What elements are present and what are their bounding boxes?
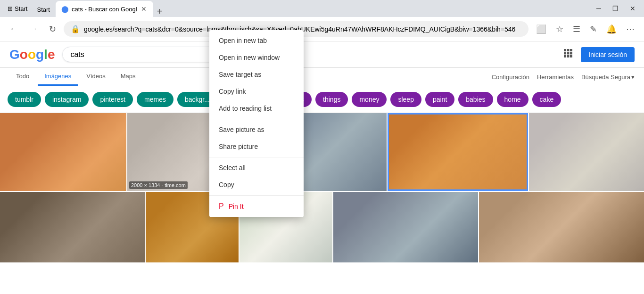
menu-save-target-as[interactable]: Save target as — [209, 66, 304, 83]
logo-e: e — [48, 47, 55, 62]
pinterest-icon: P — [219, 202, 224, 211]
svg-rect-1 — [567, 49, 570, 51]
image-cell-1[interactable] — [0, 113, 126, 191]
svg-rect-8 — [570, 55, 572, 57]
chips-row: tumblr instagram pinterest memes backgr.… — [0, 86, 644, 113]
notes-button[interactable]: ✎ — [586, 21, 601, 37]
tab-close-button[interactable]: ✕ — [140, 5, 148, 13]
menu-add-reading-list[interactable]: Add to reading list — [209, 100, 304, 117]
close-button[interactable]: ✕ — [625, 3, 640, 14]
chrome-icon: ⬤ — [61, 5, 69, 13]
image-label: 2000 × 1334 - time.com — [129, 181, 188, 189]
nav-icons-right: ⬜ ☆ ☰ ✎ 🔔 ⋯ — [532, 21, 638, 37]
menu-copy[interactable]: Copy — [209, 176, 304, 193]
chip-tumblr[interactable]: tumblr — [8, 92, 41, 107]
search-tabs: Todo Imágenes Vídeos Maps Configuración … — [0, 68, 644, 86]
tab-active-label: cats - Buscar con Googl — [72, 6, 137, 13]
context-menu: Open in new tab Open in new window Save … — [209, 30, 304, 217]
menu-add-reading-list-label: Add to reading list — [219, 105, 272, 112]
chevron-down-icon: ▾ — [631, 74, 635, 81]
configuracion-link[interactable]: Configuración — [492, 69, 529, 85]
tab-maps[interactable]: Maps — [114, 68, 142, 86]
forward-button[interactable]: → — [25, 21, 41, 37]
tab-videos[interactable]: Vídeos — [80, 68, 112, 86]
start-button[interactable]: ⊞ Start — [4, 3, 31, 14]
menu-save-picture-as-label: Save picture as — [219, 126, 264, 133]
back-button[interactable]: ← — [6, 21, 22, 37]
menu-select-all[interactable]: Select all — [209, 159, 304, 176]
windows-icon: ⊞ — [8, 5, 13, 12]
menu-pin-it[interactable]: P Pin It — [209, 197, 304, 215]
chip-sleep[interactable]: sleep — [390, 92, 421, 107]
menu-share-picture[interactable]: Share picture — [209, 138, 304, 155]
chip-money[interactable]: money — [352, 92, 387, 107]
tab-inactive-label: Start — [37, 6, 50, 13]
search-input[interactable] — [70, 50, 207, 59]
safe-search-label: Búsqueda Segura — [581, 74, 630, 81]
logo-G: G — [9, 47, 20, 62]
images-area: 2000 × 1334 - time.com — [0, 113, 644, 262]
svg-rect-6 — [564, 55, 566, 57]
svg-rect-2 — [570, 49, 572, 51]
titlebar-controls: ─ ❐ ✕ — [592, 3, 640, 14]
chip-instagram[interactable]: instagram — [45, 92, 89, 107]
minimize-button[interactable]: ─ — [592, 3, 606, 14]
chip-home[interactable]: home — [497, 92, 528, 107]
menu-open-new-window[interactable]: Open in new window — [209, 49, 304, 66]
logo-o1: o — [20, 47, 28, 62]
apps-button[interactable] — [561, 46, 575, 63]
svg-rect-5 — [570, 52, 572, 55]
chip-pinterest[interactable]: pinterest — [92, 92, 133, 107]
menu-separator-2 — [209, 157, 304, 157]
chip-things[interactable]: things — [315, 92, 348, 107]
image-row-1: 2000 × 1334 - time.com — [0, 113, 644, 191]
menu-open-new-tab-label: Open in new tab — [219, 37, 267, 44]
chip-cake[interactable]: cake — [532, 92, 561, 107]
start-label: Start — [15, 5, 27, 12]
menu-pin-it-label: Pin It — [229, 203, 244, 210]
chip-memes[interactable]: memes — [137, 92, 173, 107]
menu-share-picture-label: Share picture — [219, 143, 258, 150]
tab-active[interactable]: ⬤ cats - Buscar con Googl ✕ — [56, 1, 153, 17]
tab-imagenes[interactable]: Imágenes — [38, 68, 78, 86]
titlebar-left: ⊞ Start — [4, 3, 31, 14]
image-cell-6[interactable] — [0, 192, 145, 262]
menu-separator-1 — [209, 119, 304, 119]
titlebar: ⊞ Start Start ⬤ cats - Buscar con Googl … — [0, 0, 644, 17]
reader-view-button[interactable]: ⬜ — [532, 21, 550, 37]
svg-rect-3 — [564, 52, 566, 55]
image-cell-5[interactable] — [529, 113, 644, 191]
more-button[interactable]: ⋯ — [622, 21, 638, 37]
signin-button[interactable]: Iniciar sesión — [581, 47, 635, 62]
search-tools: Configuración Herramientas Búsqueda Segu… — [492, 69, 635, 85]
menu-select-all-label: Select all — [219, 164, 246, 172]
google-logo[interactable]: Google — [9, 47, 55, 62]
logo-l: l — [44, 47, 48, 62]
tabs-area: Start ⬤ cats - Buscar con Googl ✕ + — [31, 0, 592, 17]
menu-save-picture-as[interactable]: Save picture as — [209, 121, 304, 138]
restore-button[interactable]: ❐ — [608, 3, 623, 14]
svg-rect-4 — [567, 52, 570, 55]
logo-o2: o — [28, 47, 36, 62]
herramientas-link[interactable]: Herramientas — [537, 69, 574, 85]
svg-rect-7 — [567, 55, 570, 57]
lock-icon: 🔒 — [71, 24, 80, 33]
notifications-button[interactable]: 🔔 — [603, 21, 620, 37]
refresh-button[interactable]: ↻ — [45, 21, 60, 37]
menu-copy-link-label: Copy link — [219, 88, 246, 95]
svg-rect-0 — [564, 49, 566, 51]
hub-button[interactable]: ☰ — [569, 21, 584, 37]
favorites-button[interactable]: ☆ — [552, 21, 567, 37]
menu-open-new-tab[interactable]: Open in new tab — [209, 32, 304, 49]
tab-inactive[interactable]: Start — [31, 2, 55, 17]
image-cell-9[interactable] — [333, 192, 478, 262]
new-tab-button[interactable]: + — [153, 6, 166, 17]
chip-paint[interactable]: paint — [425, 92, 454, 107]
chip-babies[interactable]: babies — [458, 92, 493, 107]
navbar: ← → ↻ 🔒 ⬜ ☆ ☰ ✎ 🔔 ⋯ — [0, 17, 644, 41]
menu-copy-link[interactable]: Copy link — [209, 83, 304, 100]
image-cell-10[interactable] — [479, 192, 644, 262]
tab-todo[interactable]: Todo — [9, 68, 36, 86]
safe-search-link[interactable]: Búsqueda Segura ▾ — [581, 69, 635, 85]
image-cell-4[interactable] — [388, 113, 528, 191]
